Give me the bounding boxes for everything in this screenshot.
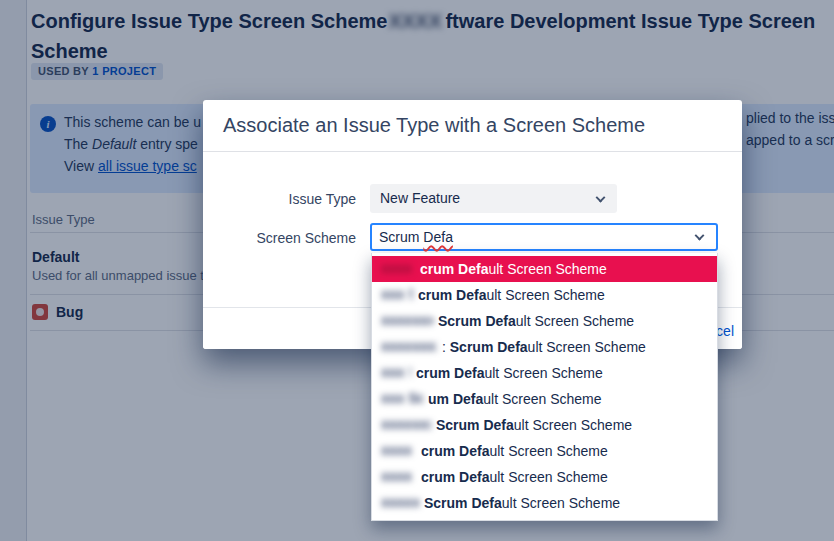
option-rest-text: ult Screen Scheme [516, 313, 634, 329]
dropdown-option[interactable]: xxx Scrum Default Screen Scheme [372, 386, 717, 412]
issue-type-selected-value: New Feature [380, 190, 460, 206]
option-rest-text: ult Screen Scheme [486, 287, 604, 303]
option-rest-text: ult Screen Scheme [489, 469, 607, 485]
dropdown-option[interactable]: xxx Scrum Default Screen Scheme [372, 282, 717, 308]
chevron-down-icon [596, 192, 606, 202]
redacted-prefix: xxxxxxx [381, 313, 433, 328]
redacted-prefix: xxx S [381, 287, 413, 302]
dropdown-option[interactable]: xxxxxxxx: Scrum Default Screen Scheme [372, 334, 717, 360]
option-matched-text: Scrum Defa [436, 417, 514, 433]
dropdown-option[interactable]: xxxxxxxScrum Default Screen Scheme [372, 412, 717, 438]
redacted-prefix: xxxx S [381, 469, 416, 484]
option-matched-text: crum Defa [421, 469, 489, 485]
dialog-header: Associate an Issue Type with a Screen Sc… [203, 100, 742, 152]
issue-type-select[interactable]: New Feature [370, 184, 617, 213]
option-matched-text: crum Defa [420, 261, 488, 277]
screen-scheme-combobox-input[interactable]: Scrum Defa [370, 223, 718, 251]
issue-type-label: Issue Type [223, 191, 356, 207]
option-rest-text: ult Screen Scheme [514, 417, 632, 433]
redacted-prefix: xxx Scr [381, 391, 423, 406]
dropdown-option[interactable]: xxxxxxxScrum Default Screen Scheme [372, 308, 717, 334]
option-matched-text: crum Defa [416, 365, 484, 381]
dropdown-option[interactable]: xxxx Scrum Default Screen Scheme [372, 256, 717, 282]
redacted-prefix: xxxxxxxx [381, 339, 437, 354]
option-rest-text: ult Screen Scheme [488, 261, 606, 277]
redacted-prefix: xxx S [381, 365, 411, 380]
spellcheck-underlined-text: Defa [423, 229, 453, 245]
screen-scheme-input-value: Scrum Defa [379, 229, 453, 245]
option-matched-text: crum Defa [418, 287, 486, 303]
redacted-prefix: xxxxxxx [381, 417, 431, 432]
chevron-down-icon [695, 231, 705, 241]
option-rest-text: ult Screen Scheme [528, 339, 646, 355]
option-rest-text: ult Screen Scheme [484, 365, 602, 381]
option-rest-text: ult Screen Scheme [502, 495, 620, 511]
option-matched-text: Scrum Defa [450, 339, 528, 355]
redacted-prefix: xxxx S [381, 261, 415, 276]
dropdown-option[interactable]: xxxx Scrum Default Screen Scheme [372, 464, 717, 490]
option-rest-text: ult Screen Scheme [489, 443, 607, 459]
dropdown-option[interactable]: xxxx Scrum Default Screen Scheme [372, 438, 717, 464]
option-rest-text: ult Screen Scheme [483, 391, 601, 407]
dropdown-option[interactable]: xxx Scrum Default Screen Scheme [372, 360, 717, 386]
dropdown-option[interactable]: xxxxxScrum Default Screen Scheme [372, 490, 717, 516]
option-separator: : [442, 339, 450, 355]
option-matched-text: crum Defa [421, 443, 489, 459]
screen-scheme-label: Screen Scheme [223, 230, 356, 246]
redacted-prefix: xxxxx [381, 495, 419, 510]
option-matched-text: Scrum Defa [424, 495, 502, 511]
screen-scheme-suggestions-dropdown: xxxx Scrum Default Screen Schemexxx Scru… [371, 253, 718, 521]
redacted-prefix: xxxx S [381, 443, 416, 458]
option-matched-text: Scrum Defa [438, 313, 516, 329]
option-matched-text: um Defa [428, 391, 483, 407]
dialog-title: Associate an Issue Type with a Screen Sc… [223, 114, 645, 137]
